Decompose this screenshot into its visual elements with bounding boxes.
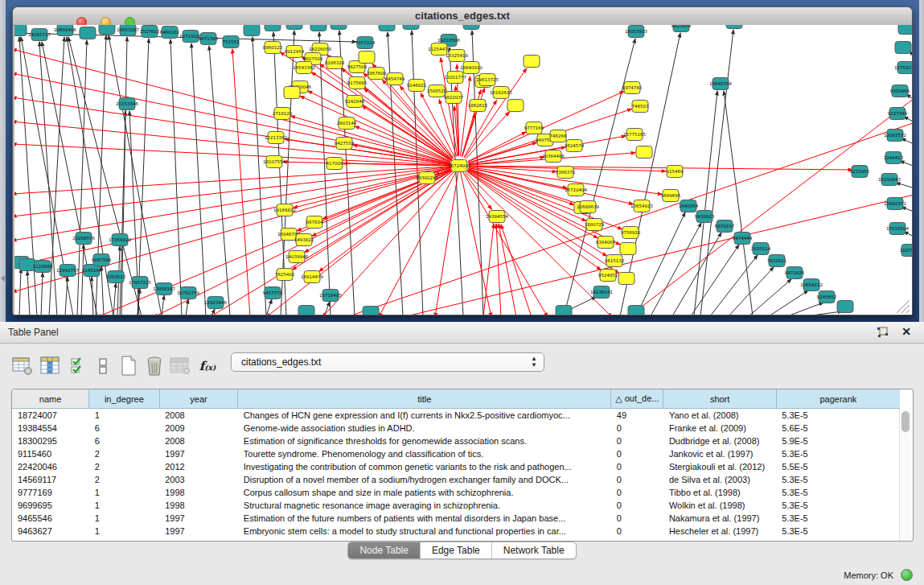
graph-node[interactable]: 18107554 — [263, 156, 285, 168]
row-select-button[interactable] — [68, 355, 90, 377]
graph-node[interactable]: 9242848 — [345, 96, 365, 108]
graph-node[interactable]: 9671385 — [199, 33, 219, 45]
graph-node[interactable]: 9329966 — [890, 85, 910, 97]
graph-node[interactable]: 17016504 — [886, 223, 909, 235]
graph-node[interactable]: 15751074 — [894, 62, 912, 74]
graph-node[interactable]: 16720404 — [565, 184, 587, 196]
graph-node[interactable]: 1115686 — [33, 261, 53, 273]
column-header[interactable]: year — [159, 389, 238, 409]
graph-node[interactable]: 19613725 — [476, 74, 499, 86]
graph-node[interactable]: 8471626 — [785, 267, 805, 279]
graph-node[interactable]: 16162615 — [490, 87, 512, 99]
graph-node[interactable] — [310, 25, 326, 31]
graph-node[interactable] — [524, 56, 540, 68]
graph-node[interactable]: 1640954 — [679, 200, 699, 212]
graph-node[interactable]: 7632621 — [767, 255, 787, 267]
table-row[interactable]: 946554611997Estimation of the future num… — [12, 512, 900, 525]
graph-node[interactable]: 8186328 — [325, 57, 345, 69]
graph-node[interactable]: 16914479 — [301, 271, 323, 283]
splitter-collapse-icon[interactable] — [1, 275, 5, 282]
column-header[interactable]: name — [12, 389, 89, 409]
graph-node[interactable]: 15718485 — [319, 290, 342, 302]
graph-node[interactable]: 20364486 — [542, 150, 565, 163]
tab-network-table[interactable]: Network Table — [492, 542, 576, 558]
graph-node[interactable]: 10654112 — [800, 279, 823, 291]
table-mode-button[interactable] — [11, 355, 34, 377]
graph-node[interactable]: 18640910 — [460, 62, 483, 74]
graph-node[interactable] — [837, 301, 853, 313]
close-panel-icon[interactable]: ✕ — [901, 325, 911, 338]
graph-node[interactable]: 2867608 — [367, 68, 387, 80]
graph-node[interactable] — [618, 273, 634, 285]
graph-node[interactable]: 17957225 — [129, 277, 151, 289]
table-scrollbar[interactable] — [899, 409, 912, 541]
graph-node[interactable]: 10653287 — [117, 25, 139, 36]
graph-node[interactable]: 18300295 — [416, 172, 438, 184]
graph-node[interactable] — [244, 25, 260, 36]
graph-node[interactable]: 16648784 — [709, 78, 732, 90]
graph-node[interactable]: 9938923 — [695, 211, 715, 223]
table-scrollbar-thumb[interactable] — [901, 411, 910, 432]
graph-node[interactable]: 9097588 — [92, 254, 112, 266]
graph-node[interactable]: 1527602 — [140, 26, 160, 38]
graph-node[interactable]: 8912954 — [285, 46, 305, 58]
row-height-button[interactable] — [92, 355, 114, 377]
graph-node[interactable]: 19384554 — [486, 211, 508, 223]
graph-node[interactable]: 1187533 — [900, 245, 912, 257]
graph-node[interactable]: 16543362 — [293, 62, 315, 74]
graph-node[interactable]: 14055717 — [28, 29, 51, 41]
graph-node[interactable]: 1880729 — [585, 219, 605, 231]
table-row[interactable]: 2242004622012Investigating the contribut… — [12, 460, 900, 473]
graph-node[interactable]: 9227349 — [888, 108, 908, 120]
graph-node[interactable]: 1244413 — [884, 152, 904, 164]
graph-node[interactable]: 9457771 — [263, 287, 283, 299]
graph-node[interactable]: 20206576 — [72, 233, 95, 245]
graph-node[interactable]: 1862615 — [468, 100, 488, 112]
graph-node[interactable]: 9524851 — [598, 270, 618, 282]
graph-node[interactable] — [99, 25, 115, 35]
graph-node[interactable]: 2718120 — [273, 108, 293, 120]
graph-node[interactable] — [359, 51, 375, 64]
graph-node[interactable]: 16782759 — [177, 287, 199, 299]
graph-node[interactable]: 16210643 — [878, 174, 901, 186]
graph-node[interactable]: 7386372 — [556, 167, 576, 179]
delete-table-button[interactable] — [143, 355, 166, 377]
graph-node[interactable]: 14039948 — [285, 251, 308, 263]
network-view[interactable]: 1405571720691406106532871527602646616110… — [14, 25, 912, 315]
graph-node[interactable] — [14, 25, 27, 36]
graph-node[interactable]: 13958167 — [153, 283, 175, 295]
table-row[interactable]: 969969511998Structural magnetic resonanc… — [12, 499, 900, 512]
table-row[interactable]: 946362711997Embryonic stem cells: a mode… — [12, 525, 900, 538]
graph-node[interactable]: 8215955 — [850, 166, 870, 178]
graph-node[interactable]: 6879197 — [715, 220, 735, 233]
graph-node[interactable] — [363, 307, 379, 315]
graph-node[interactable]: 2803144 — [337, 117, 357, 130]
graph-node[interactable]: 9777169 — [524, 122, 544, 134]
graph-node[interactable]: 1615132 — [605, 255, 625, 267]
graph-node[interactable]: 1974743 — [622, 82, 643, 94]
graph-node[interactable]: 12923446 — [204, 297, 227, 309]
table-row[interactable]: 977716911998Corpus callosum shape and si… — [12, 486, 900, 499]
graph-node[interactable]: 9146821 — [407, 80, 427, 92]
graph-node[interactable]: 8813054 — [671, 25, 692, 32]
graph-node[interactable]: 16053803 — [625, 26, 647, 38]
tab-node-table[interactable]: Node Table — [348, 542, 421, 558]
table-row[interactable]: 1456911722003Disruption of a novel membe… — [12, 473, 900, 486]
table-row[interactable]: 1872400712008Changes of HCN gene express… — [12, 409, 900, 422]
graph-node[interactable]: 9756928 — [621, 227, 641, 239]
graph-node[interactable]: 3624574 — [565, 140, 585, 152]
graph-node[interactable]: 20691406 — [54, 25, 76, 36]
graph-node[interactable]: 9175685 — [347, 77, 368, 89]
graph-node[interactable]: 1350513 — [106, 271, 126, 283]
graph-node[interactable]: 13654923 — [630, 200, 653, 212]
graph-node[interactable] — [286, 25, 302, 30]
graph-node[interactable]: 2935114 — [751, 243, 771, 255]
graph-node[interactable]: 751552 — [223, 36, 240, 48]
graph-node[interactable] — [298, 306, 314, 315]
graph-node[interactable]: 7957224 — [355, 37, 376, 49]
graph-node[interactable]: 13201777 — [444, 72, 466, 84]
graph-node[interactable]: 12093572 — [884, 130, 906, 142]
graph-node[interactable]: 6466161 — [160, 27, 180, 39]
graph-node[interactable]: 8860123 — [263, 42, 283, 54]
table-row[interactable]: 911546021997Tourette syndrome. Phenomeno… — [12, 447, 900, 460]
